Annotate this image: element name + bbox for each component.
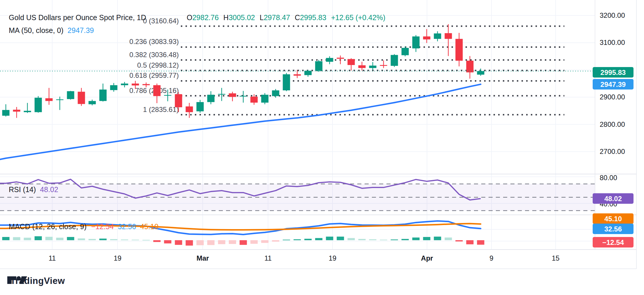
close-label: C [295, 13, 300, 22]
time-axis-label: Mar [197, 254, 209, 262]
macd-label: MACD (12, 26, close, 9) [9, 222, 87, 231]
time-axis-label: 19 [329, 254, 337, 262]
open-value: 2982.76 [192, 13, 218, 22]
price-axis-label: 80.00 [600, 174, 617, 182]
tradingview-mark-icon [7, 276, 27, 287]
time-axis-label: 11 [49, 254, 56, 262]
symbol-title[interactable]: Gold US Dollars per Ounce Spot Price, 1D [9, 13, 146, 22]
price-badge: 48.02 [593, 193, 634, 204]
change-value: +12.65 (+0.42%) [331, 13, 385, 22]
macd-hist-value: −12.54 [91, 222, 114, 231]
open-label: O [187, 13, 192, 22]
price-axis-label: 3200.00 [600, 11, 625, 19]
rsi-label: RSI (14) [9, 185, 36, 194]
price-axis-label: 3100.00 [600, 38, 625, 46]
badge-value: −12.54 [602, 238, 624, 246]
high-value: 3005.02 [229, 13, 255, 22]
price-badge: 2995.83 [593, 67, 634, 78]
chart-canvas[interactable]: 0 (3160.64)0.236 (3083.93)0.382 (3036.48… [0, 0, 644, 295]
ohlc-readout: O2982.76H3005.02L2978.47C2995.83+12.65 (… [187, 13, 385, 22]
time-axis-label: 9 [489, 254, 493, 262]
low-value: 2978.47 [264, 13, 290, 22]
badge-value: 2995.83 [601, 69, 626, 76]
price-axis-label: 2800.00 [600, 120, 625, 128]
high-label: H [223, 13, 229, 22]
price-badge: −12.54 [593, 237, 634, 247]
time-axis-label: Apr [421, 254, 433, 262]
time-scale[interactable] [0, 250, 636, 269]
ma-label: MA (50, close, 0) [9, 26, 64, 34]
macd-signal-value: 45.10 [140, 222, 159, 231]
badge-value: 32.56 [604, 225, 622, 233]
macd-legend: MACD (12, 26, close, 9)−12.5432.5645.10 [9, 222, 158, 231]
macd-line-value: 32.56 [118, 222, 136, 231]
chart-plot-area[interactable] [0, 0, 595, 250]
time-axis-label: 15 [552, 254, 560, 262]
low-label: L [260, 13, 264, 22]
price-axis-label: 2900.00 [600, 93, 625, 101]
tradingview-chart[interactable]: 0 (3160.64)0.236 (3083.93)0.382 (3036.48… [0, 0, 644, 295]
rsi-value: 48.02 [40, 185, 58, 194]
close-value: 2995.83 [300, 13, 326, 22]
time-axis-label: 19 [114, 254, 122, 262]
price-badge: 2947.39 [593, 79, 634, 89]
time-axis-label: 11 [265, 254, 272, 262]
tradingview-logo[interactable]: TradingView [7, 276, 65, 286]
price-badge: 45.10 [593, 213, 634, 224]
rsi-legend: RSI (14)48.02 [9, 185, 58, 194]
badge-value: 48.02 [604, 195, 622, 203]
ma-value: 2947.39 [68, 26, 94, 34]
ma-legend: MA (50, close, 0)2947.39 [9, 26, 94, 35]
badge-value: 45.10 [604, 215, 622, 223]
badge-value: 2947.39 [601, 80, 626, 88]
price-axis-label: 2700.00 [600, 148, 625, 155]
price-badge: 32.56 [593, 224, 634, 234]
